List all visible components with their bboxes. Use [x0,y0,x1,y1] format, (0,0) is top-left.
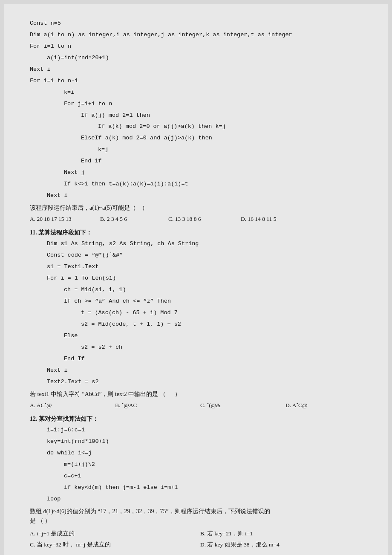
q11-option-d: D. AˆC@ [285,401,307,410]
q10-code-line1: Const n=5 [30,19,362,29]
q10-code-line16: Next i [30,191,362,201]
q11-code-line1: Dim s1 As String, s2 As String, ch As St… [30,239,362,249]
q10-code-line5: Next i [30,65,362,75]
q12-code-line5: c=c+1 [30,471,362,481]
q10-code-line14: Next j [30,168,362,178]
q11-options: A. ACˆ@ B. ˆ@AC C. ˆ(@& D. AˆC@ [30,401,362,410]
q11-code-line11: End If [30,354,362,364]
q10-option-a: A. 20 18 17 15 13 [30,214,100,224]
content: Const n=5 Dim a(1 to n) as integer,i as … [30,19,362,555]
q11-question: 若 text1 中输入字符 “AbCd”，则 text2 中输出的是 （ ） [30,390,362,399]
q11-code-line4: For i = 1 To Len(s1) [30,274,362,283]
q10-code-line6: For i=1 to n-1 [30,76,362,86]
q10-question: 该程序段运行结束后，a(1)~a(5)可能是（ ） [30,203,362,213]
q11-header: 11. 某算法程序段如下： [30,228,362,237]
q12-option-b: B. 若 key=21，则 i=1 [200,529,362,538]
q11-code-line13: Text2.Text = s2 [30,377,362,387]
q10-code-line8: For j=i+1 to n [30,99,362,109]
q10-code-line4: a(i)=int(rnd*20+1) [30,53,362,63]
q10-code-line7: k=i [30,88,362,98]
q12-code-line3: do while i<=j [30,448,362,458]
q11-section: 11. 某算法程序段如下： Dim s1 As String, s2 As St… [30,228,362,410]
q10-code-line9: If a(j) mod 2=1 then [30,111,362,121]
q10-code-line3: For i=1 to n [30,42,362,52]
q11-code-line5: ch = Mid(s1, i, 1) [30,285,362,295]
q12-code-line6: if key<d(m) then j=m-1 else i=m+1 [30,483,362,493]
q10-option-d: D. 16 14 8 11 5 [241,214,277,224]
q12-code-line7: loop [30,494,362,504]
q10-section: Const n=5 Dim a(1 to n) as integer,i as … [30,19,362,224]
q11-code-line12: Next i [30,366,362,376]
q10-code-line15: If k<>i then t=a(k):a(k)=a(i):a(i)=t [30,179,362,189]
q11-code-line3: s1 = Text1.Text [30,262,362,272]
q11-code-line9: Else [30,331,362,341]
q12-options: A. i=j+1 是成立的 B. 若 key=21，则 i=1 C. 当 key… [30,529,362,549]
q10-code-line10: If a(k) mod 2=0 or a(j)>a(k) then k=j [30,122,362,132]
q12-option-d: D. 若 key 如果是 38，那么 m=4 [200,540,362,549]
q12-question2: 是 （ ） [30,516,362,526]
q12-code-line2: key=int(rnd*100+1) [30,437,362,447]
q10-option-c: C. 13 3 18 8 6 [168,214,241,224]
q10-option-b: B. 2 3 4 5 6 [100,214,168,224]
q11-option-a: A. ACˆ@ [30,401,115,410]
q11-code-line8: s2 = Mid(code, t + 1, 1) + s2 [30,320,362,330]
q12-section: 12. 某对分查找算法如下： i=1:j=6:c=1 key=int(rnd*1… [30,414,362,549]
q11-option-b: B. ˆ@AC [115,401,200,410]
q12-question1: 数组 d(1)~d(6)的值分别为 “17，21，29，32，39，75”，则程… [30,507,362,516]
q11-option-c: C. ˆ(@& [200,401,285,410]
q10-code-line11: ElseIf a(k) mod 2=0 and a(j)>a(k) then [30,133,362,143]
q11-code-line7: t = (Asc(ch) - 65 + i) Mod 7 [30,308,362,318]
q12-code-line4: m=(i+j)\2 [30,460,362,470]
q10-code-line13: End if [30,156,362,166]
q10-code-line12: k=j [30,145,362,155]
q12-code-line1: i=1:j=6:c=1 [30,425,362,435]
q10-code-line2: Dim a(1 to n) as integer,i as integer,j … [30,30,362,40]
q11-code-line10: s2 = s2 + ch [30,343,362,353]
q12-option-c: C. 当 key=32 时， m=j 是成立的 [30,540,192,549]
q11-code-line6: If ch >= “a” And ch <= “z” Then [30,297,362,306]
page: Const n=5 Dim a(1 to n) as integer,i as … [4,4,388,555]
q11-code-line2: Const code = “@*()ˆ&#” [30,251,362,260]
q10-options: A. 20 18 17 15 13 B. 2 3 4 5 6 C. 13 3 1… [30,214,362,224]
q12-option-a: A. i=j+1 是成立的 [30,529,192,538]
q12-header: 12. 某对分查找算法如下： [30,414,362,424]
